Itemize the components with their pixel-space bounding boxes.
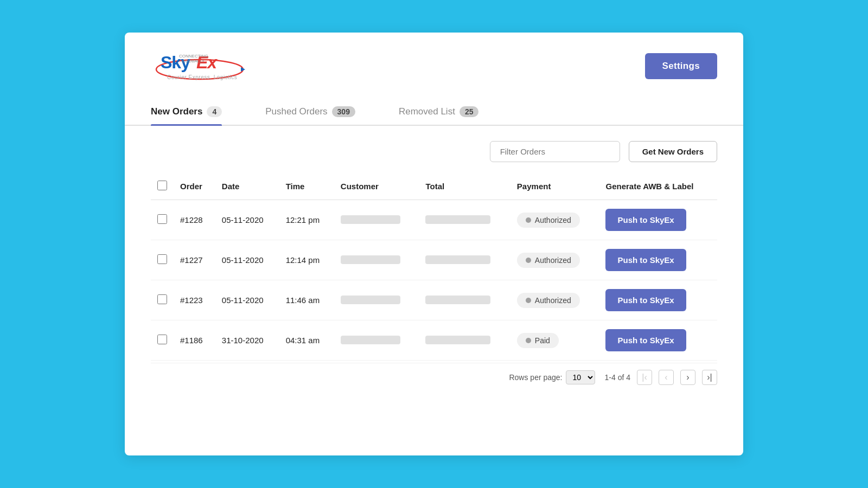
tab-pushed-orders-label: Pushed Orders <box>265 106 327 117</box>
filter-orders-input[interactable] <box>490 141 620 162</box>
orders-tbody: #122805-11-202012:21 pm█████████████████… <box>151 200 717 361</box>
last-page-button[interactable]: ›| <box>702 370 717 385</box>
th-date: Date <box>215 175 279 200</box>
rows-per-page-select[interactable]: 10 25 50 <box>566 370 595 384</box>
th-generate-awb: Generate AWB & Label <box>599 175 717 200</box>
row-customer: ██████████ <box>334 240 419 280</box>
tab-new-orders[interactable]: New Orders 4 <box>151 99 222 125</box>
payment-status-dot <box>526 217 531 223</box>
row-order-date: 05-11-2020 <box>215 200 279 240</box>
row-order-number: #1186 <box>174 320 215 361</box>
tab-removed-list-label: Removed List <box>399 106 455 117</box>
table-row: #122805-11-202012:21 pm█████████████████… <box>151 200 717 240</box>
tab-pushed-orders-badge: 309 <box>332 106 355 117</box>
th-order: Order <box>174 175 215 200</box>
rows-per-page-label: Rows per page: <box>509 373 562 382</box>
th-total: Total <box>419 175 510 200</box>
row-checkbox-1223[interactable] <box>157 294 167 304</box>
row-order-number: #1227 <box>174 240 215 280</box>
svg-text:Courier Express, Logistics: Courier Express, Logistics <box>167 74 237 80</box>
payment-status-label: Authorized <box>535 216 571 224</box>
row-order-time: 12:21 pm <box>279 200 334 240</box>
row-order-date: 05-11-2020 <box>215 280 279 320</box>
payment-status-dot <box>526 258 531 263</box>
tab-new-orders-badge: 4 <box>207 106 222 117</box>
table-header-row: Order Date Time Customer Total Payment G… <box>151 175 717 200</box>
row-checkbox-cell[interactable] <box>151 320 174 361</box>
svg-text:GLOBALLY: GLOBALLY <box>182 59 205 63</box>
row-payment: Authorized <box>510 240 599 280</box>
row-payment: Authorized <box>510 200 599 240</box>
row-push-cell[interactable]: Push to SkyEx <box>599 280 717 320</box>
row-order-number: #1223 <box>174 280 215 320</box>
row-customer: ██████████ <box>334 320 419 361</box>
push-to-skyex-button-1223[interactable]: Push to SkyEx <box>605 289 686 311</box>
main-card: Sky Ex Courier Express, Logistics CONNEC… <box>125 33 743 455</box>
table-row: #122305-11-202011:46 am█████████████████… <box>151 280 717 320</box>
row-push-cell[interactable]: Push to SkyEx <box>599 200 717 240</box>
tab-new-orders-label: New Orders <box>151 106 202 117</box>
row-total: █████████ <box>419 280 510 320</box>
row-order-date: 31-10-2020 <box>215 320 279 361</box>
payment-status-dot <box>526 298 531 303</box>
row-order-date: 05-11-2020 <box>215 240 279 280</box>
logo-area: Sky Ex Courier Express, Logistics CONNEC… <box>151 48 248 85</box>
toolbar: Get New Orders <box>151 141 717 162</box>
tab-removed-list-badge: 25 <box>459 106 479 117</box>
row-total: █████████ <box>419 320 510 361</box>
th-time: Time <box>279 175 334 200</box>
row-push-cell[interactable]: Push to SkyEx <box>599 240 717 280</box>
row-customer: ██████████ <box>334 280 419 320</box>
row-checkbox-1186[interactable] <box>157 335 167 344</box>
row-payment: Paid <box>510 320 599 361</box>
select-all-checkbox[interactable] <box>157 181 167 190</box>
rows-per-page-control: Rows per page: 10 25 50 <box>509 370 598 384</box>
row-customer: ██████████ <box>334 200 419 240</box>
row-checkbox-1227[interactable] <box>157 254 167 264</box>
payment-status-label: Authorized <box>535 256 571 265</box>
row-checkbox-cell[interactable] <box>151 240 174 280</box>
tabs-bar: New Orders 4 Pushed Orders 309 Removed L… <box>125 99 743 126</box>
first-page-button[interactable]: |‹ <box>637 370 652 385</box>
skyex-logo: Sky Ex Courier Express, Logistics CONNEC… <box>151 48 248 85</box>
orders-table: Order Date Time Customer Total Payment G… <box>151 175 717 361</box>
tab-pushed-orders[interactable]: Pushed Orders 309 <box>265 99 355 125</box>
row-order-time: 11:46 am <box>279 280 334 320</box>
row-push-cell[interactable]: Push to SkyEx <box>599 320 717 361</box>
row-total: █████████ <box>419 200 510 240</box>
row-order-time: 12:14 pm <box>279 240 334 280</box>
get-new-orders-button[interactable]: Get New Orders <box>629 141 717 162</box>
row-checkbox-cell[interactable] <box>151 200 174 240</box>
logo: Sky Ex Courier Express, Logistics CONNEC… <box>151 48 248 85</box>
th-customer: Customer <box>334 175 419 200</box>
push-to-skyex-button-1228[interactable]: Push to SkyEx <box>605 209 686 231</box>
header: Sky Ex Courier Express, Logistics CONNEC… <box>125 33 743 93</box>
row-order-time: 04:31 am <box>279 320 334 361</box>
table-row: #118631-10-202004:31 am█████████████████… <box>151 320 717 361</box>
row-order-number: #1228 <box>174 200 215 240</box>
th-payment: Payment <box>510 175 599 200</box>
payment-status-label: Paid <box>535 336 550 345</box>
page-info: 1-4 of 4 <box>605 373 630 382</box>
row-payment: Authorized <box>510 280 599 320</box>
row-total: █████████ <box>419 240 510 280</box>
th-select-all[interactable] <box>151 175 174 200</box>
pagination-row: Rows per page: 10 25 50 1-4 of 4 |‹ ‹ › … <box>151 363 717 387</box>
row-checkbox-cell[interactable] <box>151 280 174 320</box>
push-to-skyex-button-1186[interactable]: Push to SkyEx <box>605 329 686 351</box>
settings-button[interactable]: Settings <box>645 53 717 79</box>
svg-text:CONNECTING: CONNECTING <box>179 54 208 59</box>
payment-status-label: Authorized <box>535 296 571 305</box>
push-to-skyex-button-1227[interactable]: Push to SkyEx <box>605 249 686 271</box>
content-area: Get New Orders Order Date Time Customer … <box>125 126 743 402</box>
payment-status-dot <box>526 338 531 343</box>
tab-removed-list[interactable]: Removed List 25 <box>399 99 479 125</box>
prev-page-button[interactable]: ‹ <box>659 370 674 385</box>
table-row: #122705-11-202012:14 pm█████████████████… <box>151 240 717 280</box>
row-checkbox-1228[interactable] <box>157 214 167 224</box>
next-page-button[interactable]: › <box>680 370 695 385</box>
